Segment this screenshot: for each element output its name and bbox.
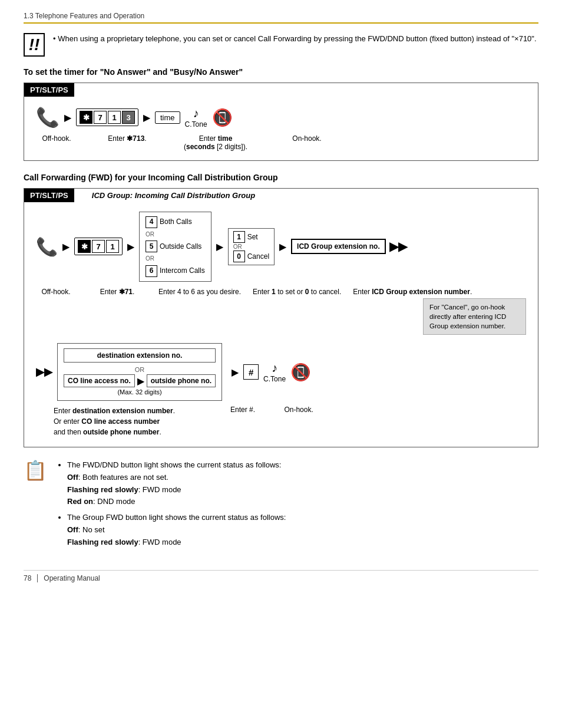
procedure-box-2: PT/SLT/PS ICD Group: Incoming Call Distr… bbox=[24, 188, 538, 447]
key-star-2: ✱ bbox=[78, 240, 91, 253]
or3: OR bbox=[233, 243, 269, 250]
choices-box: 4 Both Calls OR 5 Outside Calls OR 6 Int… bbox=[139, 212, 211, 282]
note-item-2: The Group FWD button light shows the cur… bbox=[67, 512, 286, 548]
pt-slt-ps-label-1: PT/SLT/PS bbox=[24, 83, 74, 97]
footer-label: Operating Manual bbox=[44, 574, 100, 582]
note-item-1: The FWD/DND button light shows the curre… bbox=[67, 459, 286, 508]
labels-row-3: Enter destination extension number. Or e… bbox=[36, 406, 526, 437]
arrow5: ▶ bbox=[216, 241, 223, 252]
doc-icon: 📋 bbox=[24, 459, 49, 482]
choice-outside: 5 Outside Calls bbox=[146, 241, 205, 253]
key-1-2: 1 bbox=[106, 240, 119, 253]
section1-title: To set the timer for "No Answer" and "Bu… bbox=[24, 67, 538, 77]
phone-offhook-icon-2: 📞 bbox=[36, 236, 58, 257]
arrow8: ▶ bbox=[232, 367, 239, 378]
label-onhook-2: On-hook. bbox=[281, 406, 316, 414]
phone-offhook-icon: 📞 bbox=[36, 106, 59, 129]
section-title: 1.3 Telephone Features and Operation bbox=[24, 12, 144, 20]
note-block-2: 📋 The FWD/DND button light shows the cur… bbox=[24, 459, 538, 552]
keys-group-2: ✱ 7 1 bbox=[74, 238, 123, 255]
section2-title: Call Forwarding (FWD) for your Incoming … bbox=[24, 173, 538, 182]
label-onhook-1: On-hook. bbox=[289, 134, 325, 143]
label-enter-1or0: Enter 1 to set or 0 to cancel. bbox=[253, 288, 341, 296]
phone-onhook-icon-1: 📵 bbox=[212, 108, 233, 127]
key-3: 3 bbox=[122, 111, 135, 124]
keys-group-1: ✱ 7 1 3 bbox=[76, 108, 138, 126]
procedure-box-1: PT/SLT/PS 📞 ▶ ✱ 7 1 3 ▶ time ♪ C.Tone bbox=[24, 83, 538, 161]
proc-box-2-header-row: PT/SLT/PS ICD Group: Incoming Call Distr… bbox=[24, 189, 538, 202]
step-row-3: ▶▶ destination extension no. OR CO line … bbox=[36, 343, 526, 401]
proc-box-1-header: PT/SLT/PS bbox=[24, 83, 538, 97]
exclamation-icon: !! bbox=[24, 33, 45, 57]
label-enter-icd: Enter ICD Group extension number. bbox=[353, 288, 472, 296]
note-text-1: • When using a proprietary telephone, yo… bbox=[53, 33, 537, 45]
label-enter-star71: Enter ✱71. bbox=[94, 288, 141, 296]
set-cancel-box: 1 Set OR 0 Cancel bbox=[228, 228, 275, 265]
key-star: ✱ bbox=[80, 111, 92, 124]
offhook-step-2: 📞 bbox=[36, 236, 58, 257]
arrow1: ▶ bbox=[64, 112, 71, 123]
icd-group-text: ICD Group extension no. bbox=[297, 242, 380, 251]
key-1: 1 bbox=[108, 111, 121, 124]
page-number: 78 bbox=[24, 574, 31, 582]
ctone-block-1: ♪ C.Tone bbox=[185, 107, 207, 129]
arrow2: ▶ bbox=[143, 112, 150, 123]
or2: OR bbox=[146, 253, 205, 264]
choice-both-label: Both Calls bbox=[160, 216, 192, 229]
icd-group-area: ICD Group extension no. ▶▶ bbox=[291, 239, 407, 254]
dest-or-label: OR bbox=[64, 366, 216, 373]
key-6: 6 bbox=[146, 265, 157, 277]
page-footer: 78 Operating Manual bbox=[24, 570, 538, 582]
label-enter-time-1: Enter time(seconds [2 digits]). bbox=[177, 134, 254, 151]
proc-box-2-inner: 📞 ▶ ✱ 7 1 ▶ 4 Both Calls OR 5 Outside Ca… bbox=[24, 202, 538, 447]
note-block-1: !! • When using a proprietary telephone,… bbox=[24, 33, 538, 57]
phone-onhook-icon-2: 📵 bbox=[290, 363, 311, 382]
icd-group-box: ICD Group extension no. bbox=[291, 239, 386, 254]
footer-separator bbox=[37, 574, 38, 582]
warning-box: For "Cancel", go on-hook directly after … bbox=[423, 298, 526, 335]
dest-ext-box: destination extension no. bbox=[64, 348, 216, 363]
step-row-1: 📞 ▶ ✱ 7 1 3 ▶ time ♪ C.Tone 📵 bbox=[36, 106, 526, 129]
label-dest: Enter destination extension number. Or e… bbox=[54, 406, 175, 437]
key-7-2: 7 bbox=[92, 240, 105, 253]
dest-ext-text: destination extension no. bbox=[97, 351, 183, 360]
proc-box-1-inner: 📞 ▶ ✱ 7 1 3 ▶ time ♪ C.Tone 📵 Off-h bbox=[24, 97, 538, 160]
label-enter-keys-1: Enter ✱713. bbox=[95, 134, 160, 143]
label-enter-4to6: Enter 4 to 6 as you desire. bbox=[158, 288, 241, 296]
set-label: Set bbox=[247, 233, 258, 241]
arrow6: ▶ bbox=[279, 241, 286, 252]
step-row-2: 📞 ▶ ✱ 7 1 ▶ 4 Both Calls OR 5 Outside Ca… bbox=[36, 212, 526, 282]
warning-text: For "Cancel", go on-hook directly after … bbox=[429, 304, 506, 330]
choice-both: 4 Both Calls bbox=[146, 216, 205, 229]
key-7: 7 bbox=[94, 111, 107, 124]
pt-slt-ps-label-2: PT/SLT/PS bbox=[24, 189, 74, 202]
choice-intercom: 6 Intercom Calls bbox=[146, 265, 205, 278]
dest-bottom: CO line access no. ▶ outside phone no. bbox=[64, 374, 216, 387]
ctone-label-1: C.Tone bbox=[185, 120, 207, 129]
double-arrow-left: ▶▶ bbox=[36, 365, 52, 378]
music-note-icon: ♪ bbox=[193, 107, 199, 120]
note-content-1: When using a proprietary telephone, you … bbox=[58, 34, 536, 43]
time-button: time bbox=[155, 111, 180, 124]
key-1-set: 1 bbox=[233, 231, 245, 243]
label-offhook-1: Off-hook. bbox=[36, 134, 77, 143]
key-0-cancel: 0 bbox=[233, 251, 245, 262]
cancel-label: Cancel bbox=[247, 252, 269, 261]
key-5: 5 bbox=[146, 241, 157, 252]
or1: OR bbox=[146, 229, 205, 240]
key-4: 4 bbox=[146, 216, 157, 228]
set-row: 1 Set bbox=[233, 231, 269, 243]
music-note-icon-2: ♪ bbox=[272, 361, 277, 375]
arrow3: ▶ bbox=[62, 241, 70, 252]
choice-outside-label: Outside Calls bbox=[160, 241, 201, 253]
arrow7: ▶ bbox=[137, 375, 144, 387]
double-arrow-icon: ▶▶ bbox=[389, 239, 407, 253]
section-header: 1.3 Telephone Features and Operation bbox=[24, 12, 538, 24]
arrow4: ▶ bbox=[127, 241, 134, 252]
note-list: The FWD/DND button light shows the curre… bbox=[58, 459, 286, 552]
hash-button: # bbox=[243, 364, 259, 380]
warning-area: For "Cancel", go on-hook directly after … bbox=[36, 298, 526, 335]
bullet-dot: • bbox=[53, 34, 58, 43]
labels-row-2: Off-hook. Enter ✱71. Enter 4 to 6 as you… bbox=[36, 288, 526, 296]
label-hash: Enter #. bbox=[222, 406, 263, 414]
